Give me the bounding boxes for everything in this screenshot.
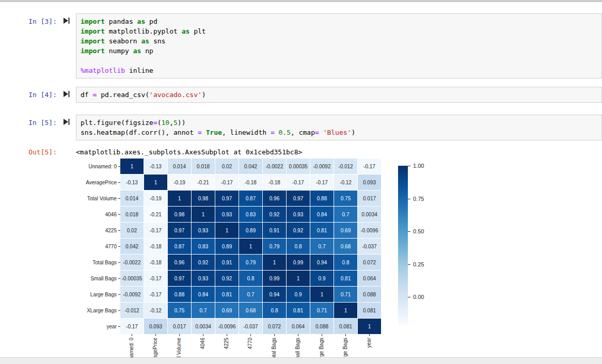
run-cell-icon[interactable] [63, 90, 70, 98]
heatmap-row: Large Bags-0.0092-0.170.880.840.810.70.9… [80, 287, 382, 302]
heatmap-cell: 0.81 [334, 271, 357, 286]
heatmap-cell: 0.84 [310, 207, 334, 222]
heatmap-cell: 0.8 [287, 239, 310, 254]
heatmap-cell: 0.88 [168, 287, 191, 302]
heatmap-cell: 0.02 [120, 223, 144, 238]
x-tick-mark [155, 334, 156, 336]
heatmap-cell: -0.17 [144, 223, 167, 238]
code-line: sns.heatmap(df.corr(), annot = True, lin… [81, 128, 597, 137]
x-tick-label: 4770 [247, 338, 253, 349]
heatmap-cell: 0.93 [215, 207, 239, 222]
colorbar-tick-mark [408, 264, 410, 265]
y-tick-label: Small Bags [80, 276, 120, 281]
y-tick-label: Large Bags [80, 292, 120, 297]
x-tick-mark [132, 334, 132, 336]
heatmap-cell: 0.98 [192, 191, 215, 206]
heatmap-cell: -0.17 [310, 175, 334, 190]
heatmap-cell: -0.21 [192, 175, 215, 190]
heatmap-cell: 0.92 [192, 255, 215, 270]
heatmap-cell: -0.18 [239, 175, 262, 190]
heatmap-cell: 0.017 [358, 191, 381, 206]
heatmap-cell: 0.7 [310, 239, 334, 254]
heatmap-cell: -0.0096 [215, 319, 239, 334]
code-line: import numpy as np [81, 46, 597, 56]
heatmap-cell: 0.8 [263, 303, 286, 318]
code-cell-4: In [4]: df = pd.read_csv('avocado.csv') [21, 87, 602, 103]
heatmap-cell: 0.97 [215, 191, 239, 206]
heatmap-cell: -0.17 [215, 175, 239, 190]
heatmap-cell: 0.79 [239, 255, 262, 270]
heatmap-row: Total Volume0.014-0.1910.980.970.870.960… [80, 191, 382, 206]
heatmap-cell: -0.0092 [120, 287, 144, 302]
heatmap-row: XLarge Bags-0.012-0.120.750.70.690.680.8… [80, 303, 382, 318]
code-line: %matplotlib inline [81, 66, 597, 75]
notebook-area: In [3]: import pandas as pdimport matplo… [0, 13, 602, 157]
x-tick-mark [322, 334, 322, 336]
code-line: plt.figure(figsize=(10,5)) [81, 118, 597, 128]
heatmap-cell: 1 [287, 271, 310, 286]
code-input-area[interactable]: plt.figure(figsize=(10,5))sns.heatmap(df… [76, 115, 602, 140]
heatmap-cell: -0.0022 [120, 255, 144, 270]
heatmap-cell: 0.0034 [192, 319, 215, 334]
heatmap-cell: 0.97 [168, 271, 191, 286]
heatmap-cell: 0.7 [192, 303, 215, 318]
heatmap-cell: 0.87 [168, 239, 191, 254]
heatmap-cell: 1 [192, 207, 215, 222]
y-tick-label: 4225 [80, 228, 120, 233]
heatmap-cell: 0.093 [358, 175, 381, 190]
y-tick-label: year [80, 324, 120, 329]
colorbar-tick-label: 1.00 [413, 163, 424, 169]
heatmap-cell: -0.13 [120, 175, 144, 190]
x-tick-label: year [366, 338, 372, 347]
heatmap-cell: 0.81 [310, 223, 334, 238]
heatmap-cell: 0.96 [263, 191, 286, 206]
heatmap-cell: 0.91 [263, 223, 286, 238]
y-tick-label: Total Volume [80, 196, 120, 201]
x-tick-mark [227, 334, 227, 336]
x-tick-mark [250, 334, 251, 336]
code-line: import pandas as pd [81, 17, 597, 26]
heatmap-cell: 0.064 [287, 319, 310, 334]
heatmap-cell: 0.71 [334, 287, 357, 302]
heatmap-cell: 0.0034 [358, 207, 381, 222]
heatmap-cell: 1 [120, 159, 144, 174]
heatmap-cell: 0.68 [334, 239, 357, 254]
heatmap-cell: 0.92 [263, 207, 286, 222]
heatmap-cell: 0.96 [168, 255, 191, 270]
heatmap-cell: -0.17 [358, 159, 381, 174]
heatmap-cell: 0.81 [287, 303, 310, 318]
heatmap-cell: -0.0096 [358, 223, 381, 238]
colorbar-tick-mark [408, 231, 410, 232]
heatmap-cell: 0.017 [168, 319, 191, 334]
code-cell-5: In [5]: plt.figure(figsize=(10,5))sns.he… [21, 115, 602, 140]
heatmap-cell: -0.19 [144, 191, 167, 206]
heatmap-cell: 1 [239, 239, 262, 254]
colorbar-tick-mark [408, 199, 410, 199]
code-cell-3: In [3]: import pandas as pdimport matplo… [21, 13, 602, 78]
code-line [81, 56, 597, 66]
bottom-border-bar [0, 357, 602, 364]
heatmap-cell: 0.79 [263, 239, 286, 254]
heatmap-cell: 0.75 [168, 303, 191, 318]
code-input-area[interactable]: df = pd.read_csv('avocado.csv') [76, 87, 602, 103]
code-line: import matplotlib.pyplot as plt [81, 26, 597, 36]
heatmap-cell: 0.018 [120, 207, 144, 222]
heatmap-cell: 0.8 [334, 255, 357, 270]
x-tick-mark [203, 334, 203, 336]
heatmap-cell: 0.89 [215, 239, 239, 254]
heatmap-cell: 0.93 [192, 223, 215, 238]
heatmap-cell: -0.18 [144, 239, 167, 254]
heatmap-cell: 1 [263, 255, 286, 270]
y-tick-label: Unnamed: 0 [80, 164, 120, 169]
run-cell-icon[interactable] [63, 118, 70, 125]
colorbar-tick-label: 0.00 [413, 294, 424, 300]
code-input-area[interactable]: import pandas as pdimport matplotlib.pyp… [76, 13, 602, 78]
input-prompt: In [4]: [21, 87, 57, 100]
top-border-bar [0, 0, 602, 2]
heatmap-cell: -0.18 [144, 255, 167, 270]
heatmap-cell: 0.87 [239, 191, 262, 206]
run-cell-icon[interactable] [63, 17, 70, 24]
heatmap-cell: 0.75 [334, 191, 357, 206]
heatmap-cell: -0.21 [144, 207, 167, 222]
heatmap-cell: 0.081 [358, 303, 381, 318]
